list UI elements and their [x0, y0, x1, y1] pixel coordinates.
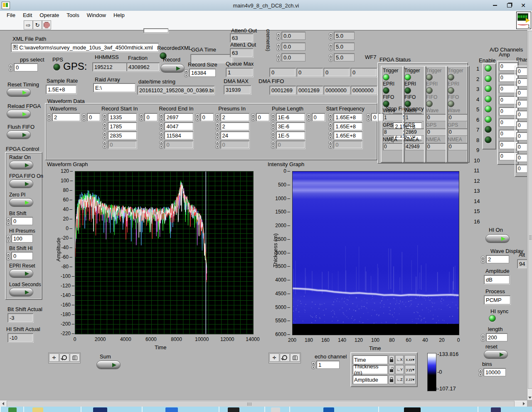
taskbar-item[interactable]: [81, 407, 142, 412]
zero-pi-button[interactable]: [9, 198, 33, 207]
pulse-length-cell[interactable]: 1E-5: [271, 131, 305, 140]
record-start-in-cell[interactable]: 2835: [102, 131, 137, 140]
offset-field[interactable]: 5.0: [328, 42, 355, 52]
taskbar-item[interactable]: [264, 407, 289, 412]
pan-tool-button[interactable]: [70, 353, 80, 362]
increment-field[interactable]: 0.0: [276, 32, 305, 41]
menu-file[interactable]: File: [3, 11, 19, 19]
echo-channel-control[interactable]: 1: [311, 360, 340, 370]
menu-operate[interactable]: Operate: [36, 11, 62, 19]
start-frequency-cell[interactable]: 1.65E+8: [328, 122, 362, 130]
sum-button[interactable]: [96, 360, 121, 369]
hi-presums-control[interactable]: 100: [6, 234, 33, 243]
pan-tool-button[interactable]: [290, 353, 300, 362]
spinner-arrows[interactable]: [8, 63, 13, 72]
axis-name-field[interactable]: Thickness (m): [352, 365, 388, 374]
epri-reset-button[interactable]: [9, 269, 33, 278]
length-control[interactable]: 200: [480, 333, 507, 342]
hi-on-button[interactable]: [485, 234, 510, 243]
taskbar-item[interactable]: [142, 407, 218, 412]
record-button[interactable]: [160, 64, 185, 73]
axis-name-field[interactable]: Amplitude: [352, 375, 388, 384]
process-select[interactable]: PCMP: [484, 295, 510, 304]
bit-shift-control[interactable]: 0: [6, 217, 33, 226]
index-spinner[interactable]: 0: [81, 113, 100, 121]
record-end-in-cell[interactable]: 11584: [159, 131, 193, 140]
raid-array-field[interactable]: E:\: [93, 83, 135, 92]
horizontal-scrollbar[interactable]: [0, 400, 527, 407]
ad-enable-led[interactable]: [485, 126, 492, 133]
zoom-tool-button[interactable]: [280, 353, 290, 362]
lock-button[interactable]: [389, 375, 394, 384]
record-end-in-cell[interactable]: 4047: [159, 122, 193, 130]
scroll-right-arrow[interactable]: [523, 402, 525, 405]
presums-in-cell[interactable]: 2: [215, 113, 249, 121]
scroll-left-arrow[interactable]: [2, 402, 4, 405]
bit-shift-hi-control[interactable]: 0: [6, 252, 33, 261]
offset-field[interactable]: 5.0: [328, 32, 355, 41]
record-size-control[interactable]: 16384: [184, 69, 216, 78]
presums-in-cell[interactable]: 24: [215, 131, 249, 140]
menu-tools[interactable]: Tools: [63, 11, 82, 19]
taskbar-item[interactable]: [478, 407, 532, 412]
taskbar-item[interactable]: [0, 407, 23, 412]
menu-window[interactable]: Window: [84, 11, 109, 19]
pulse-length-cell[interactable]: 1E-6: [271, 113, 305, 121]
start-frequency-cell[interactable]: 1.65E+8: [328, 131, 362, 140]
waveforms-cell[interactable]: 2: [47, 113, 80, 121]
ad-enable-led[interactable]: [485, 85, 492, 92]
run-continuous-button[interactable]: ↻: [33, 20, 42, 29]
scroll-down-arrow[interactable]: [528, 397, 532, 399]
autoscale-x-button[interactable]: ∟X: [395, 355, 404, 364]
autoscale-z-button[interactable]: ∟Z: [395, 375, 404, 384]
pps-select-control[interactable]: 0: [8, 63, 38, 72]
ad-enable-led[interactable]: [485, 65, 492, 72]
load-seconds-button[interactable]: [9, 288, 33, 297]
taskbar-item[interactable]: [219, 407, 264, 412]
taskbar-item[interactable]: [289, 407, 378, 412]
format-button[interactable]: x.xx▾: [404, 355, 416, 364]
lock-button[interactable]: [389, 355, 394, 364]
bins-control[interactable]: 10000: [478, 368, 506, 377]
run-button[interactable]: ⇨: [24, 20, 33, 29]
radar-on-button[interactable]: [9, 161, 33, 169]
index-spinner[interactable]: 0: [251, 113, 269, 121]
zoom-tool-button[interactable]: [59, 353, 69, 362]
increment-field[interactable]: 0.0: [276, 53, 305, 62]
lock-button[interactable]: [389, 365, 394, 374]
index-spinner[interactable]: 0: [195, 113, 214, 121]
sample-rate-field[interactable]: 1.5E+8: [46, 85, 76, 94]
amplitude-mode-select[interactable]: dB: [484, 275, 510, 284]
vertical-scrollbar[interactable]: [527, 30, 532, 400]
ad-enable-led[interactable]: [485, 105, 492, 113]
wave-display-control[interactable]: 2: [480, 255, 509, 264]
increment-field[interactable]: 0.0: [276, 42, 305, 52]
ad-enable-led[interactable]: [485, 75, 492, 82]
cursor-tool-button[interactable]: ✛: [49, 353, 59, 362]
pulse-length-cell[interactable]: 3E-6: [271, 122, 305, 130]
intensity-graph-plot[interactable]: [292, 171, 459, 335]
abort-button[interactable]: [42, 20, 51, 29]
menu-help[interactable]: Help: [110, 11, 128, 19]
close-button[interactable]: ✕: [517, 1, 530, 10]
taskbar[interactable]: [0, 407, 532, 412]
record-end-in-cell[interactable]: 2697: [159, 113, 193, 121]
ad-enable-led[interactable]: [485, 136, 492, 143]
fpga-fifo-on-button[interactable]: [9, 179, 33, 188]
xml-file-path-field[interactable]: ℔ C:\waveforms\survey_mode_10us_3wf_4500…: [11, 43, 159, 52]
scrollbar-thumb[interactable]: [528, 31, 532, 389]
offset-field[interactable]: 5.0: [328, 53, 355, 62]
format-button[interactable]: y.yy▾: [405, 365, 416, 374]
minimize-button[interactable]: [489, 1, 501, 10]
record-start-in-cell[interactable]: 1335: [102, 113, 137, 121]
taskbar-item[interactable]: [378, 407, 478, 412]
start-frequency-cell[interactable]: 1.65E+8: [328, 113, 362, 121]
presums-in-cell[interactable]: 2: [215, 122, 249, 130]
autoscale-y-button[interactable]: ∟Y: [395, 365, 404, 374]
ad-enable-led[interactable]: [485, 96, 492, 103]
menu-edit[interactable]: Edit: [20, 11, 35, 19]
flush-fifo-button[interactable]: [7, 130, 31, 139]
index-spinner[interactable]: 0: [139, 113, 158, 121]
waveform-graph-plot[interactable]: [75, 171, 254, 334]
axis-name-field[interactable]: Time: [352, 355, 388, 364]
